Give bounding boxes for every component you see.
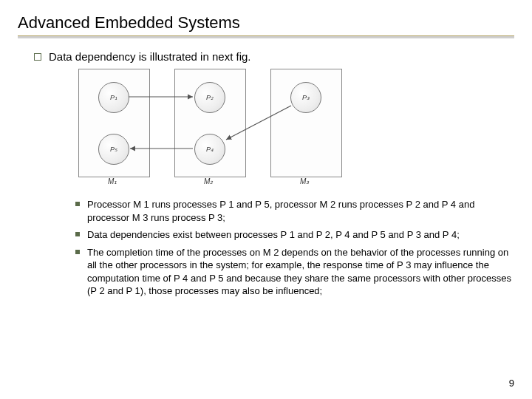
process-node-p2: P₂ [194,82,225,113]
process-label: P₅ [110,146,117,153]
process-label: P₂ [206,94,214,101]
intro-row: Data dependency is illustrated in next f… [34,50,514,63]
process-label: P₃ [302,94,310,101]
bullet-text: Processor M 1 runs processes P 1 and P 5… [87,198,514,224]
processor-label-m1: M₁ [108,177,117,185]
process-label: P₁ [110,94,117,101]
process-node-p3: P₃ [290,82,321,113]
process-node-p4: P₄ [194,134,225,165]
square-bullet-solid-icon [75,232,80,236]
process-label: P₄ [206,146,214,153]
list-item: Processor M 1 runs processes P 1 and P 5… [75,198,514,224]
square-bullet-solid-icon [75,250,80,254]
bullet-list: Processor M 1 runs processes P 1 and P 5… [75,198,514,298]
slide: Advanced Embedded Systems Data dependenc… [0,0,532,399]
bullet-text: Data dependencies exist between processe… [87,228,460,242]
dependency-figure: P₁ P₅ M₁ P₂ P₄ M₂ P₃ M₃ [78,69,389,191]
processor-label-m3: M₃ [300,177,309,185]
page-title: Advanced Embedded Systems [18,13,514,33]
content-area: Data dependency is illustrated in next f… [34,50,514,298]
square-bullet-solid-icon [75,202,80,206]
list-item: Data dependencies exist between processe… [75,228,514,242]
page-number: 9 [509,378,514,389]
process-node-p1: P₁ [98,82,129,113]
processor-label-m2: M₂ [204,177,213,185]
intro-text: Data dependency is illustrated in next f… [49,50,251,63]
title-underline [18,35,514,38]
square-bullet-icon [34,53,41,61]
process-node-p5: P₅ [98,134,129,165]
bullet-text: The completion time of the processes on … [87,246,514,298]
list-item: The completion time of the processes on … [75,246,514,298]
